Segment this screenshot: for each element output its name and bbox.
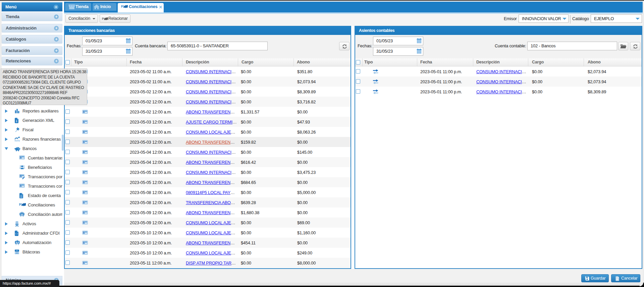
svg-text:$: $ bbox=[83, 140, 85, 144]
svg-text:$: $ bbox=[83, 241, 85, 244]
svg-text:$: $ bbox=[83, 110, 85, 113]
svg-text:$: $ bbox=[83, 150, 85, 154]
svg-text:$: $ bbox=[83, 171, 85, 174]
svg-text:$: $ bbox=[83, 201, 85, 204]
svg-text:$: $ bbox=[83, 251, 85, 254]
svg-text:$: $ bbox=[83, 221, 85, 224]
svg-text:$: $ bbox=[83, 160, 85, 164]
svg-text:$: $ bbox=[83, 130, 85, 134]
svg-text:$: $ bbox=[83, 211, 85, 214]
svg-text:$: $ bbox=[83, 120, 85, 124]
svg-text:$: $ bbox=[83, 231, 85, 234]
svg-text:$: $ bbox=[20, 156, 22, 159]
svg-text:$: $ bbox=[20, 184, 22, 187]
svg-text:x: x bbox=[616, 278, 618, 280]
svg-text:$: $ bbox=[83, 261, 85, 265]
svg-text:$: $ bbox=[83, 181, 85, 184]
svg-text:$: $ bbox=[20, 174, 21, 178]
svg-text:$: $ bbox=[83, 191, 85, 194]
